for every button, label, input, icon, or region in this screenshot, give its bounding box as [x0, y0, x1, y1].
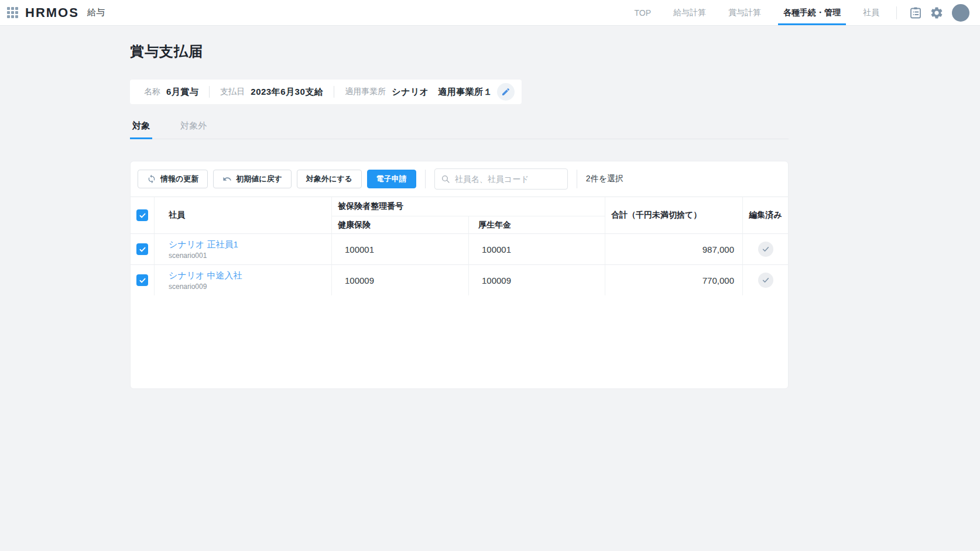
health-insurance-value: 100001: [331, 234, 468, 264]
tab-target[interactable]: 対象: [130, 117, 152, 139]
table-row: シナリオ 中途入社 scenario009 100009 100009 770,…: [131, 264, 788, 295]
pension-value: 100001: [468, 234, 605, 264]
check-icon: [139, 212, 146, 219]
exclude-button[interactable]: 対象外にする: [297, 170, 362, 188]
topbar-brand: HRMOS 給与: [7, 0, 105, 25]
hrmos-logo: HRMOS: [25, 5, 79, 20]
edited-badge: [758, 273, 773, 288]
table-toolbar: 情報の更新 初期値に戻す 対象外にする 電子申請: [131, 161, 788, 197]
bonus-info-bar: 名称 6月賞与 支払日 2023年6月30支給 適用事業所 シナリオ 適用事業所…: [130, 80, 522, 104]
employee-code: scenario009: [169, 283, 242, 291]
edited-cell: [742, 234, 788, 264]
edit-button[interactable]: [497, 83, 515, 101]
total-value: 987,000: [605, 234, 742, 264]
info-payday: 支払日 2023年6月30支給: [220, 87, 323, 98]
nav-item-payroll[interactable]: 給与計算: [668, 0, 711, 25]
target-tabs: 対象 対象外: [130, 117, 789, 139]
row-checkbox[interactable]: [136, 274, 148, 286]
info-payday-value: 2023年6月30支給: [251, 87, 323, 98]
table-row: シナリオ 正社員1 scenario001 100001 100001 987,…: [131, 233, 788, 264]
header-insured-number-group: 被保険者整理番号: [331, 197, 605, 216]
pencil-icon: [501, 87, 510, 97]
edited-cell: [742, 265, 788, 295]
check-icon: [762, 245, 770, 253]
row-checkbox[interactable]: [136, 243, 148, 255]
nav-item-employees[interactable]: 社員: [858, 0, 885, 25]
employee-code: scenario001: [169, 252, 238, 260]
header-health-insurance: 健康保険: [331, 216, 468, 233]
search-box: [434, 168, 568, 190]
row-checkbox-cell: [131, 234, 154, 264]
header-edited: 編集済み: [742, 197, 788, 233]
nav-item-bonus[interactable]: 賞与計算: [723, 0, 766, 25]
header-pension: 厚生年金: [468, 216, 605, 233]
info-divider: [209, 86, 210, 98]
check-icon: [762, 276, 770, 284]
exclude-label: 対象外にする: [306, 174, 352, 184]
toolbar-divider: [425, 170, 426, 188]
employee-link[interactable]: シナリオ 中途入社: [169, 270, 242, 281]
info-office-value: シナリオ 適用事業所１: [392, 87, 492, 98]
product-name: 給与: [87, 7, 105, 18]
topbar-right: TOP 給与計算 賞与計算 各種手続・管理 社員: [623, 0, 969, 25]
search-icon: [441, 174, 450, 184]
bonus-table: 社員 被保険者整理番号 健康保険 厚生年金 合計（千円未満切捨て） 編集済み: [131, 197, 788, 295]
info-payday-label: 支払日: [220, 87, 245, 97]
topbar-divider: [896, 6, 897, 19]
info-name-value: 6月賞与: [166, 87, 198, 98]
refresh-info-button[interactable]: 情報の更新: [138, 170, 208, 188]
select-all-cell: [131, 197, 154, 233]
toolbar-divider: [577, 170, 577, 188]
selection-count: 2件を選択: [586, 174, 623, 184]
reset-defaults-button[interactable]: 初期値に戻す: [213, 170, 292, 188]
target-list-card: 情報の更新 初期値に戻す 対象外にする 電子申請: [130, 161, 789, 389]
sync-icon: [147, 174, 156, 184]
refresh-info-label: 情報の更新: [160, 174, 198, 184]
info-name-label: 名称: [144, 87, 160, 97]
check-icon: [139, 277, 146, 284]
table-header: 社員 被保険者整理番号 健康保険 厚生年金 合計（千円未満切捨て） 編集済み: [131, 197, 788, 233]
row-checkbox-cell: [131, 265, 154, 295]
main-nav: TOP 給与計算 賞与計算 各種手続・管理 社員: [623, 0, 890, 25]
nav-item-top[interactable]: TOP: [629, 0, 656, 25]
clipboard-icon[interactable]: [905, 2, 926, 23]
info-name: 名称 6月賞与: [144, 87, 198, 98]
info-divider: [334, 86, 334, 98]
page-title: 賞与支払届: [130, 42, 980, 61]
select-all-checkbox[interactable]: [136, 209, 148, 221]
info-office: 適用事業所 シナリオ 適用事業所１: [345, 87, 492, 98]
health-insurance-value: 100009: [331, 265, 468, 295]
employee-search-input[interactable]: [434, 168, 568, 190]
check-icon: [139, 246, 146, 253]
header-total: 合計（千円未満切捨て）: [605, 197, 742, 233]
edited-badge: [758, 242, 773, 257]
pension-value: 100009: [468, 265, 605, 295]
tab-excluded[interactable]: 対象外: [178, 117, 209, 139]
employee-link[interactable]: シナリオ 正社員1: [169, 239, 238, 250]
e-submit-button[interactable]: 電子申請: [367, 170, 416, 188]
undo-icon: [222, 174, 232, 184]
main-content: 賞与支払届 名称 6月賞与 支払日 2023年6月30支給 適用事業所 シナリオ…: [0, 26, 980, 389]
total-value: 770,000: [605, 265, 742, 295]
nav-item-procedures[interactable]: 各種手続・管理: [778, 0, 846, 25]
e-submit-label: 電子申請: [376, 174, 407, 184]
header-employee: 社員: [154, 197, 331, 233]
apps-grid-icon[interactable]: [7, 7, 18, 18]
reset-defaults-label: 初期値に戻す: [236, 174, 282, 184]
employee-cell: シナリオ 中途入社 scenario009: [154, 265, 331, 295]
gear-icon[interactable]: [926, 2, 947, 23]
employee-cell: シナリオ 正社員1 scenario001: [154, 234, 331, 264]
info-office-label: 適用事業所: [345, 87, 386, 97]
avatar[interactable]: [952, 4, 969, 22]
topbar: HRMOS 給与 TOP 給与計算 賞与計算 各種手続・管理 社員: [0, 0, 980, 26]
